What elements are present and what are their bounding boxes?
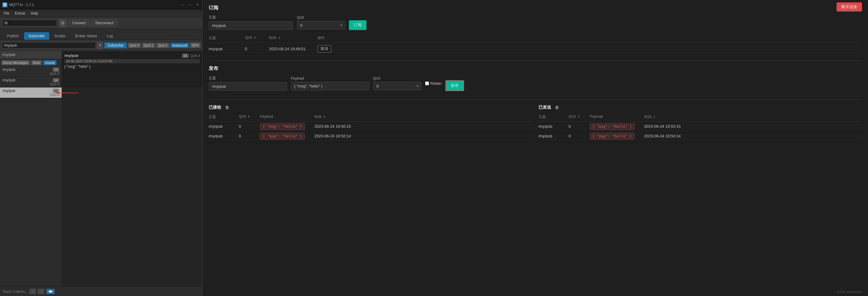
gear-button[interactable]: ⚙ — [59, 19, 66, 27]
tab-scripts[interactable]: Scripts — [50, 32, 70, 40]
menu-extras[interactable]: Extras — [12, 10, 28, 16]
tabs: Publish Subscribe Scripts Broker Status … — [0, 29, 202, 40]
message-body: { "msg": "hello" } — [64, 64, 200, 69]
msg-qos: QoS 0 — [2, 72, 59, 76]
received-section: 已接收 🗑 主题 QoS ⇕ Payload 时间 ⇕ /my/pub 0 { … — [209, 105, 532, 141]
mute-button[interactable]: Mute — [31, 60, 42, 65]
msg-qos: QoS 0 — [2, 93, 59, 96]
main-content: /my/pub Dump Messages Mute Unsub /my/pub… — [0, 51, 202, 286]
publish-payload-group: Payload — [291, 76, 369, 90]
qos2-badge[interactable]: QoS 2 — [156, 43, 169, 48]
subscribe-action-button[interactable]: 订阅 — [349, 20, 366, 30]
toggle-button[interactable]: ◀▶ — [46, 289, 55, 294]
publish-payload-label: Payload — [291, 76, 369, 81]
minus-button-1[interactable]: − — [29, 289, 36, 294]
tab-broker-status[interactable]: Broker Status — [70, 32, 101, 40]
retain-checkbox[interactable] — [425, 81, 429, 85]
message-detail-meta: 15 QoS 0 — [182, 54, 200, 58]
publish-form-row: 主题 Payload QoS 0 1 2 Retain — [209, 76, 862, 91]
minimize-button[interactable]: — — [181, 2, 185, 7]
received-table-header: 主题 QoS ⇕ Payload 时间 ⇕ — [209, 113, 532, 122]
subscribe-qos-label: QoS — [297, 16, 345, 20]
qos1-badge[interactable]: QoS 1 — [142, 43, 155, 48]
subscribe-topic-field[interactable] — [209, 21, 293, 30]
subscribe-table-header: 主题 QoS ⇕ 时间 ⇕ 操作 — [209, 34, 862, 43]
cancel-button[interactable]: 取消 — [317, 45, 331, 53]
payload-badge: { "msg": "hello" } — [260, 123, 305, 130]
menu-help[interactable]: Help — [28, 10, 40, 16]
table-row: /my/pub 0 { "msg": "hello" } 2023-06-24 … — [538, 131, 862, 141]
list-item[interactable]: /my/pub — [0, 51, 62, 59]
publish-topic-label: 主题 — [209, 76, 287, 81]
window-controls: — □ ✕ — [181, 2, 200, 7]
retain-checkbox-group: Retain — [425, 81, 442, 86]
row-qos: 0 — [569, 134, 590, 138]
app-icon: M — [2, 2, 7, 7]
publish-topic-field[interactable] — [209, 82, 287, 91]
th-qos: QoS ⇕ — [245, 35, 269, 40]
connection-input[interactable] — [2, 20, 57, 26]
top-connect-button[interactable]: 断开连接 — [837, 2, 862, 11]
sent-table-header: 主题 QoS ⇕ Payload 时间 ⇕ — [538, 113, 862, 122]
right-panel: 断开连接 订阅 主题 QoS 0 1 2 订阅 — [203, 0, 868, 296]
qc-button[interactable]: QC▾ — [190, 43, 201, 48]
topic-list: /my/pub Dump Messages Mute Unsub /my/pub… — [0, 51, 62, 286]
received-trash-icon[interactable]: 🗑 — [225, 105, 229, 110]
row-qos: 0 — [239, 134, 260, 138]
payload-badge: { "msg": "hello" } — [590, 123, 634, 130]
menu-bar: File Extras Help — [0, 10, 202, 17]
payload-badge: { "msg": "hello" } — [590, 133, 634, 140]
publish-qos-select-wrapper: 0 1 2 — [373, 82, 422, 90]
row-payload: { "msg": "hello" } — [260, 134, 314, 138]
tab-subscribe[interactable]: Subscribe — [24, 32, 49, 40]
publish-payload-field[interactable] — [291, 82, 369, 90]
th-qos: QoS ⇕ — [239, 114, 260, 120]
row-qos: 0 — [239, 124, 260, 129]
publish-qos-select[interactable]: 0 1 2 — [373, 82, 422, 90]
subscribe-button[interactable]: Subscribe — [104, 42, 126, 49]
topic-actions: Dump Messages Mute Unsub — [0, 59, 62, 66]
table-row: /my/pub 0 { "msg": "hello" } 2023-06-24 … — [209, 131, 532, 141]
subscribe-topic-dropdown[interactable]: ▼ — [97, 42, 103, 49]
maximize-button[interactable]: □ — [188, 2, 193, 7]
received-title: 已接收 🗑 — [209, 105, 532, 110]
subscribe-topic-input[interactable] — [2, 42, 96, 49]
message-detail-topic: /my/pub — [64, 54, 78, 58]
message-timestamp: 24-06-2023 19:50:15.71415745 — [64, 59, 200, 63]
th-time: 时间 ⇕ — [269, 35, 317, 40]
qos0-badge[interactable]: QoS 0 — [128, 43, 141, 48]
message-detail: /my/pub 15 QoS 0 24-06-2023 19:50:15.714… — [62, 51, 202, 87]
tab-log[interactable]: Log — [102, 32, 117, 40]
sent-trash-icon[interactable]: 🗑 — [555, 105, 559, 110]
minus-button-2[interactable]: − — [38, 289, 44, 294]
toolbar: ⚙ Connect Disconnect — [0, 17, 202, 29]
autoscroll-button[interactable]: Autoscroll — [170, 43, 189, 48]
row-payload: { "msg": "hello" } — [590, 134, 644, 138]
list-item[interactable]: /my/pub 13 QoS 0 — [0, 66, 62, 77]
title-bar-left: M MQTT.fx - 1.7.1 — [2, 2, 34, 7]
left-panel: M MQTT.fx - 1.7.1 — □ ✕ File Extras Help… — [0, 0, 203, 296]
received-title-text: 已接收 — [209, 105, 221, 110]
row-time: 2023-06-24 19:50:14 — [644, 134, 693, 138]
message-qos-badge: QoS 0 — [190, 54, 200, 58]
publish-button[interactable]: 发布 — [445, 80, 464, 91]
row-topic: /my/pub — [538, 134, 569, 138]
tab-publish[interactable]: Publish — [2, 32, 23, 40]
table-row: /my/pub 0 { "msg": "hello" } 2023-06-24 … — [209, 122, 532, 131]
disconnect-button[interactable]: Disconnect — [92, 19, 117, 27]
menu-file[interactable]: File — [1, 10, 12, 16]
bottom-bar: Topics Collecto... − − ◀▶ — [0, 286, 202, 296]
subscribe-section-title: 订阅 — [209, 5, 862, 11]
row-topic: /my/pub — [209, 47, 245, 51]
msg-topic: /my/pub — [2, 89, 16, 93]
connect-button[interactable]: Connect — [68, 19, 90, 27]
th-op: 操作 — [317, 35, 342, 40]
th-payload: Payload — [590, 114, 644, 120]
subscribe-qos-select[interactable]: 0 1 2 — [297, 21, 345, 30]
unsubscribe-button[interactable]: Unsub — [43, 60, 57, 65]
msg-topic: /my/pub — [2, 78, 16, 82]
close-button[interactable]: ✕ — [195, 2, 200, 7]
list-item[interactable]: /my/pub 14 QoS 0 — [0, 77, 62, 87]
list-item[interactable]: /my/pub 15 QoS 0 — [0, 87, 62, 98]
dump-messages-button[interactable]: Dump Messages — [1, 60, 30, 65]
